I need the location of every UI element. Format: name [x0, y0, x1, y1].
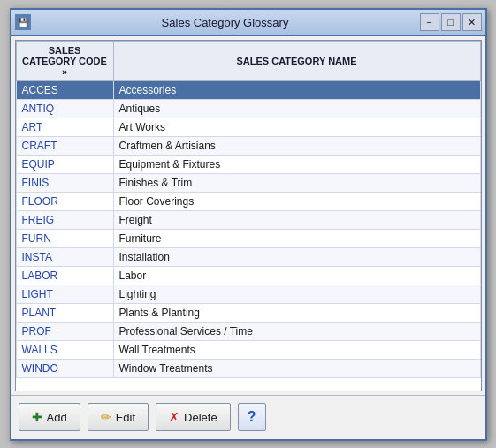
cell-code: ACCES — [16, 80, 113, 99]
cell-name: Floor Coverings — [113, 192, 480, 210]
add-button[interactable]: ✚ Add — [19, 403, 80, 431]
table-row[interactable]: FINISFinishes & Trim — [16, 173, 480, 192]
window-icon: 💾 — [15, 14, 31, 30]
cell-code: INSTA — [16, 247, 113, 266]
cell-code: EQUIP — [16, 155, 113, 173]
table-row[interactable]: LABORLabor — [16, 266, 480, 285]
add-label: Add — [47, 411, 67, 424]
cell-name: Labor — [113, 266, 480, 285]
delete-button[interactable]: ✗ Delete — [156, 403, 231, 431]
table-row[interactable]: FURNFurniture — [16, 229, 480, 247]
cell-name: Installation — [113, 247, 480, 266]
cell-name: Freight — [113, 210, 480, 229]
table-row[interactable]: PLANTPlants & Planting — [16, 303, 480, 322]
title-controls: − □ ✕ — [420, 13, 482, 31]
cell-name: Professional Services / Time — [113, 322, 480, 340]
table-row[interactable]: WINDOWindow Treatments — [16, 359, 480, 377]
table-row[interactable]: LIGHTLighting — [16, 285, 480, 303]
cell-name: Antiques — [113, 99, 480, 118]
table-body: ACCESAccessoriesANTIQAntiquesARTArt Work… — [16, 80, 480, 377]
cell-code: PLANT — [16, 303, 113, 322]
cell-name: Window Treatments — [113, 359, 480, 377]
table-container: SALES CATEGORY CODE » SALES CATEGORY NAM… — [15, 40, 482, 391]
table-row[interactable]: CRAFTCraftmen & Artisians — [16, 136, 480, 155]
table-row[interactable]: EQUIPEquipment & Fixtures — [16, 155, 480, 173]
edit-button[interactable]: ✏ Edit — [88, 403, 149, 431]
cell-name: Art Works — [113, 118, 480, 136]
table-row[interactable]: INSTAInstallation — [16, 247, 480, 266]
cell-name: Plants & Planting — [113, 303, 480, 322]
table-header-row: SALES CATEGORY CODE » SALES CATEGORY NAM… — [16, 41, 480, 80]
edit-label: Edit — [116, 411, 135, 424]
cell-name: Craftmen & Artisians — [113, 136, 480, 155]
cell-code: WALLS — [16, 340, 113, 359]
table-row[interactable]: FREIGFreight — [16, 210, 480, 229]
help-icon: ? — [248, 409, 256, 425]
cell-code: PROF — [16, 322, 113, 340]
title-bar: 💾 Sales Category Glossary − □ ✕ — [11, 10, 485, 36]
edit-icon: ✏ — [101, 410, 111, 424]
cell-name: Furniture — [113, 229, 480, 247]
table-row[interactable]: WALLSWall Treatments — [16, 340, 480, 359]
cell-code: FLOOR — [16, 192, 113, 210]
delete-label: Delete — [184, 411, 217, 424]
table-row[interactable]: ANTIQAntiques — [16, 99, 480, 118]
cell-name: Finishes & Trim — [113, 173, 480, 192]
sales-category-table: SALES CATEGORY CODE » SALES CATEGORY NAM… — [16, 41, 481, 378]
cell-code: ANTIQ — [16, 99, 113, 118]
footer: ✚ Add ✏ Edit ✗ Delete ? — [11, 395, 485, 439]
restore-button[interactable]: □ — [441, 13, 461, 31]
table-row[interactable]: ACCESAccessories — [16, 80, 480, 99]
cell-name: Equipment & Fixtures — [113, 155, 480, 173]
add-icon: ✚ — [32, 410, 42, 424]
close-button[interactable]: ✕ — [462, 13, 482, 31]
table-row[interactable]: FLOORFloor Coverings — [16, 192, 480, 210]
main-window: 💾 Sales Category Glossary − □ ✕ SALES CA… — [10, 8, 487, 441]
cell-code: LIGHT — [16, 285, 113, 303]
cell-code: FREIG — [16, 210, 113, 229]
table-row[interactable]: PROFProfessional Services / Time — [16, 322, 480, 340]
cell-code: LABOR — [16, 266, 113, 285]
cell-code: FURN — [16, 229, 113, 247]
col-header-name: SALES CATEGORY NAME — [113, 41, 480, 80]
cell-name: Accessories — [113, 80, 480, 99]
cell-name: Wall Treatments — [113, 340, 480, 359]
table-row[interactable]: ARTArt Works — [16, 118, 480, 136]
cell-code: ART — [16, 118, 113, 136]
col-header-code: SALES CATEGORY CODE » — [16, 41, 113, 80]
cell-name: Lighting — [113, 285, 480, 303]
cell-code: CRAFT — [16, 136, 113, 155]
minimize-button[interactable]: − — [420, 13, 439, 31]
cell-code: WINDO — [16, 359, 113, 377]
cell-code: FINIS — [16, 173, 113, 192]
delete-icon: ✗ — [169, 410, 179, 424]
window-title: Sales Category Glossary — [31, 16, 420, 29]
help-button[interactable]: ? — [238, 403, 266, 431]
